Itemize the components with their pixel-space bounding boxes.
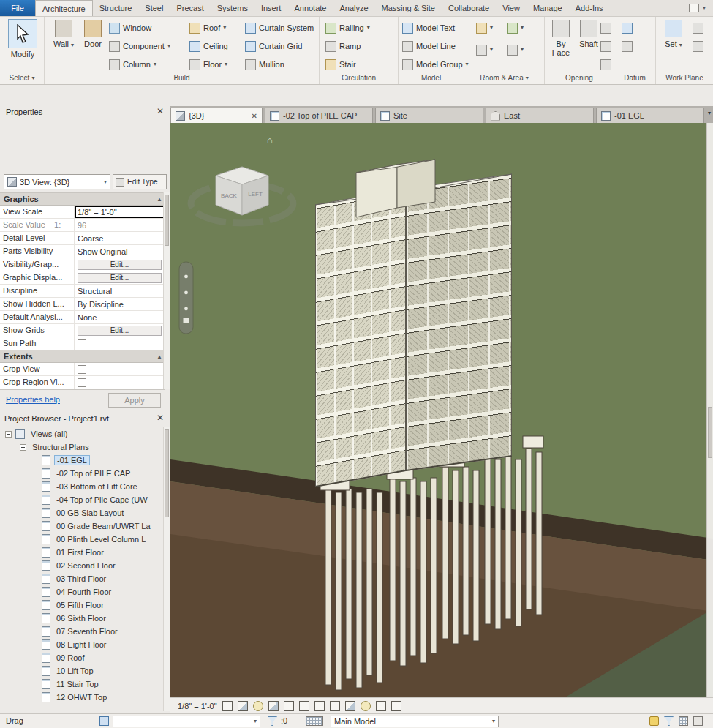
detail-level-value[interactable]: Coarse: [75, 232, 165, 244]
model-group-button[interactable]: Model Group▾: [402, 58, 469, 71]
default-analysis-value[interactable]: None: [75, 311, 165, 323]
tab-massing-site[interactable]: Massing & Site: [375, 0, 442, 16]
plan-item[interactable]: 08 Eight Floor: [0, 638, 164, 651]
resize-grip-icon[interactable]: [693, 716, 703, 726]
plan-item[interactable]: 03 Third Floor: [0, 572, 164, 585]
by-face-button[interactable]: By Face: [546, 20, 576, 57]
view-cube-left-label[interactable]: LEFT: [248, 191, 263, 198]
properties-help-link[interactable]: Properties help: [6, 395, 60, 404]
plan-item[interactable]: -02 Top of PILE CAP: [0, 467, 164, 480]
tab-annotate[interactable]: Annotate: [287, 0, 333, 16]
curtain-grid-button[interactable]: Curtain Grid: [245, 40, 302, 53]
mullion-button[interactable]: Mullion: [245, 58, 284, 71]
room-button[interactable]: ▾: [476, 21, 493, 34]
view-tab-egl[interactable]: -01 EGL: [596, 108, 704, 123]
model-line-button[interactable]: Model Line: [402, 40, 456, 53]
show-crop-region-icon[interactable]: [314, 701, 325, 711]
view-tab-pile-cap[interactable]: -02 Top of PILE CAP: [265, 108, 373, 123]
show-work-plane-button[interactable]: [693, 21, 703, 34]
sun-path-checkbox[interactable]: [78, 339, 86, 348]
ramp-button[interactable]: Ramp: [325, 40, 361, 53]
apply-button[interactable]: Apply: [108, 393, 161, 408]
datum-panel-label[interactable]: Datum: [614, 72, 655, 83]
model-panel-label[interactable]: Model: [399, 72, 464, 83]
model-text-button[interactable]: Model Text: [402, 21, 455, 34]
tab-manage[interactable]: Manage: [527, 0, 569, 16]
filter-icon[interactable]: [664, 716, 674, 726]
properties-scrollbar[interactable]: [163, 192, 170, 389]
tag-room-button[interactable]: ▾: [476, 43, 493, 56]
viewport-scrollbar[interactable]: [706, 123, 713, 697]
visual-style-icon[interactable]: [238, 701, 248, 711]
tab-add-ins[interactable]: Add-Ins: [569, 0, 610, 16]
lock-3d-view-icon[interactable]: [330, 701, 340, 711]
plan-item[interactable]: -03 Bottom of Lift Core: [0, 480, 164, 493]
tab-view[interactable]: View: [496, 0, 527, 16]
ceiling-button[interactable]: Ceiling: [189, 40, 228, 53]
selection-filter-icon[interactable]: [268, 716, 277, 726]
view-cube[interactable]: BACK LEFT ⌂: [191, 135, 293, 223]
plan-item[interactable]: 00 Grade Beam/UWRT La: [0, 519, 164, 533]
plan-item[interactable]: 12 OHWT Top: [0, 691, 164, 704]
tag-area-button[interactable]: ▾: [507, 43, 524, 56]
detail-level-icon[interactable]: [222, 701, 233, 711]
stair-button[interactable]: Stair: [325, 58, 356, 71]
tab-architecture[interactable]: Architecture: [35, 0, 93, 16]
scale-button[interactable]: 1/8" = 1'-0": [178, 702, 217, 710]
plan-item[interactable]: 00 Plinth Level Column L: [0, 533, 164, 546]
tab-systems[interactable]: Systems: [211, 0, 254, 16]
select-panel-label[interactable]: Select▾: [0, 72, 44, 83]
graphic-display-edit-button[interactable]: Edit...: [78, 273, 162, 283]
section-extents[interactable]: Extents▴: [0, 350, 165, 363]
modify-button[interactable]: Modify: [7, 19, 39, 59]
properties-close-icon[interactable]: ✕: [156, 107, 164, 116]
view-tab-list-caret-icon[interactable]: ▾: [708, 110, 711, 116]
plan-item[interactable]: 10 Lift Top: [0, 664, 164, 678]
design-options-select[interactable]: Main Model▾: [331, 716, 499, 727]
collapse-expander-icon[interactable]: [5, 431, 12, 438]
background-processes-icon[interactable]: [679, 716, 688, 726]
door-button[interactable]: Door: [78, 20, 107, 48]
project-browser-scrollbar[interactable]: [163, 427, 170, 711]
show-grids-edit-button[interactable]: Edit...: [78, 326, 162, 336]
view-cube-home-icon[interactable]: ⌂: [267, 135, 273, 146]
shadows-icon[interactable]: [268, 701, 279, 711]
plan-item[interactable]: -01 EGL: [0, 454, 164, 467]
build-panel-label[interactable]: Build: [45, 72, 319, 83]
dormer-opening-button[interactable]: [600, 58, 611, 71]
reveal-constraints-icon[interactable]: [391, 701, 401, 711]
worksharing-icon[interactable]: [99, 716, 109, 726]
plan-item[interactable]: 04 Fourth Floor: [0, 585, 164, 598]
reveal-hidden-elements-icon[interactable]: [361, 701, 371, 711]
rendering-dialog-icon[interactable]: [284, 701, 294, 711]
column-button[interactable]: Column▾: [109, 58, 156, 71]
plan-item[interactable]: 07 Seventh Floor: [0, 625, 164, 638]
room-area-panel-label[interactable]: Room & Area▾: [464, 72, 544, 83]
tab-precast[interactable]: Precast: [170, 0, 210, 16]
close-view-icon[interactable]: ✕: [252, 112, 257, 120]
design-options-icon[interactable]: [306, 716, 323, 726]
shaft-button[interactable]: Shaft: [574, 20, 603, 48]
component-button[interactable]: Component▾: [109, 40, 170, 53]
tree-item-views[interactable]: Views (all): [0, 427, 164, 440]
view-tab-3d[interactable]: {3D}✕: [170, 108, 263, 123]
collapse-expander-icon[interactable]: [20, 444, 26, 451]
view-tab-east[interactable]: East: [486, 108, 594, 123]
circulation-panel-label[interactable]: Circulation: [320, 72, 398, 83]
section-graphics[interactable]: Graphics▴: [0, 193, 165, 206]
plan-item[interactable]: 02 Second Floor: [0, 559, 164, 572]
crop-view-icon[interactable]: [299, 701, 309, 711]
sun-path-icon[interactable]: [253, 701, 263, 711]
edit-type-button[interactable]: Edit Type: [113, 174, 167, 189]
navigation-bar[interactable]: [179, 262, 193, 334]
opening-panel-label[interactable]: Opening: [545, 72, 614, 83]
tab-collaborate[interactable]: Collaborate: [442, 0, 496, 16]
parts-visibility-value[interactable]: Show Original: [75, 245, 165, 258]
curtain-system-button[interactable]: Curtain System: [245, 21, 314, 34]
wall-button[interactable]: Wall ▾: [49, 20, 78, 48]
plan-item[interactable]: 00 GB Slab Layout: [0, 506, 164, 519]
plan-item[interactable]: 11 Stair Top: [0, 678, 164, 691]
editable-only-icon[interactable]: [649, 716, 659, 726]
plan-item[interactable]: 09 Roof: [0, 651, 164, 664]
view-tab-site[interactable]: Site: [375, 108, 483, 123]
